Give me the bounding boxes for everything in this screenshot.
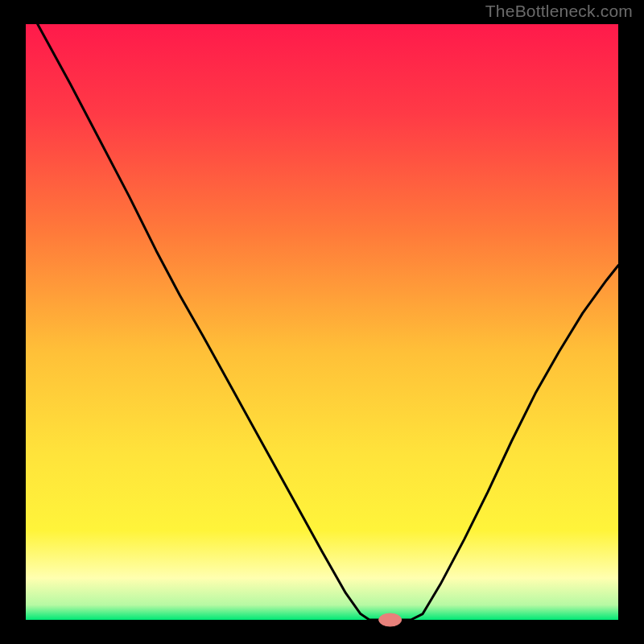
- optimum-marker: [379, 613, 402, 626]
- chart-container: TheBottleneck.com: [0, 0, 644, 644]
- chart-plot-area: [26, 24, 618, 620]
- watermark-label: TheBottleneck.com: [485, 2, 633, 21]
- bottleneck-chart: [0, 0, 644, 644]
